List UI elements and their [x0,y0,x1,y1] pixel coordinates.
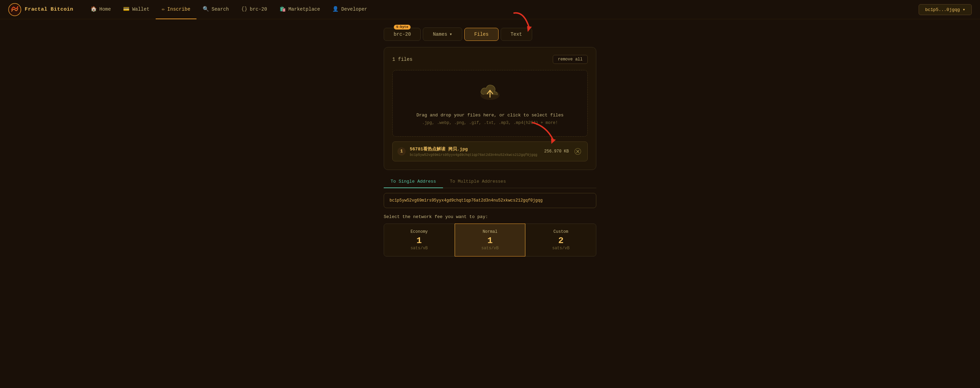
home-icon: 🏠 [91,6,97,12]
badge-5byte: 5-byte [394,25,411,30]
main-content: 5-byte brc-20 Names ▾ Files Text 1 files [0,19,980,270]
tab-label-text: Text [511,32,522,37]
tab-label-names: Names [433,32,447,37]
nav-item-home[interactable]: 🏠 Home [84,0,117,19]
developer-icon: 👤 [332,6,339,12]
wallet-address-text: bc1p5...0jgqg ▾ [925,7,965,12]
nav-logo[interactable]: Fractal Bitcoin [8,3,73,16]
fee-economy-name: Economy [388,229,451,234]
address-input[interactable] [384,193,596,208]
nav-label-marketplace: Marketplace [288,6,320,12]
logo-text: Fractal Bitcoin [25,6,73,12]
fee-custom-unit: sats/vB [529,246,592,251]
dropzone-formats-text: .jpg, .webp, .png, .gif, .txt, .mp3, .mp… [422,121,558,125]
nav-label-inscribe: Inscribe [167,6,190,12]
navbar: Fractal Bitcoin 🏠 Home 💳 Wallet ✏️ Inscr… [0,0,980,19]
inscribe-icon: ✏️ [162,6,165,12]
nav-label-developer: Developer [341,6,367,12]
nav-item-search[interactable]: 🔍 Search [196,0,235,19]
tab-files[interactable]: Files [464,28,499,41]
fee-section-label: Select the network fee you want to pay: [384,214,596,219]
tab-label-brc20: brc-20 [394,32,411,37]
nav-label-wallet: Wallet [132,6,149,12]
fee-custom-amount: 2 [529,236,592,246]
file-info: 56781看热点解读 拷贝.jpg bc1p5yw52vg69m1rs95yyx… [410,146,540,157]
wallet-address-button[interactable]: bc1p5...0jgqg ▾ [919,4,972,15]
tab-brc20[interactable]: 5-byte brc-20 [384,28,421,41]
nav-label-home: Home [99,6,111,12]
fee-option-economy[interactable]: Economy 1 sats/vB [384,224,455,257]
fee-economy-amount: 1 [388,236,451,246]
nav-item-inscribe[interactable]: ✏️ Inscribe [156,0,196,19]
fee-custom-name: Custom [529,229,592,234]
dropzone[interactable]: Drag and drop your files here, or click … [392,70,588,137]
nav-item-brc20[interactable]: {} brc-20 [235,0,273,19]
remove-all-button[interactable]: remove all [553,55,588,64]
files-count: 1 files [392,57,412,62]
upload-cloud-icon [478,81,502,107]
search-icon: 🔍 [203,6,209,12]
file-name: 56781看热点解读 拷贝.jpg [410,146,540,152]
inscribe-tabs-row: 5-byte brc-20 Names ▾ Files Text [384,27,596,41]
addr-tab-multiple[interactable]: To Multiple Addresses [443,176,513,188]
fee-normal-name: Normal [458,229,522,234]
fee-option-normal[interactable]: Normal 1 sats/vB [455,224,526,257]
fee-normal-amount: 1 [458,236,522,246]
tab-label-files: Files [474,32,488,37]
addr-tab-single[interactable]: To Single Address [384,176,443,188]
nav-label-brc20: brc-20 [250,6,267,12]
fee-economy-unit: sats/vB [388,246,451,251]
marketplace-icon: 🛍️ [280,6,286,12]
file-size: 256.970 KB [544,149,569,154]
nav-item-developer[interactable]: 👤 Developer [326,0,374,19]
file-remove-button[interactable] [573,148,582,155]
wallet-icon: 💳 [123,6,130,12]
tab-text[interactable]: Text [501,28,532,41]
file-address: bc1p5yw52vg69m1rs95yyx4gd9chqt1qp76at2d3… [410,153,540,157]
nav-item-marketplace[interactable]: 🛍️ Marketplace [273,0,326,19]
tab-names[interactable]: Names ▾ [423,27,462,41]
panel-header: 1 files remove all [392,55,588,64]
names-chevron-icon: ▾ [449,31,452,37]
fee-option-custom[interactable]: Custom 2 sats/vB [525,224,596,257]
file-number: 1 [398,147,406,156]
nav-label-search: Search [212,6,229,12]
fee-options: Economy 1 sats/vB Normal 1 sats/vB Custo… [384,224,596,257]
upload-panel: 1 files remove all Drag and drop your fi… [384,47,596,170]
inscribe-container: 5-byte brc-20 Names ▾ Files Text 1 files [384,27,596,257]
dropzone-main-text: Drag and drop your files here, or click … [416,112,563,119]
file-item: 1 56781看热点解读 拷贝.jpg bc1p5yw52vg69m1rs95y… [392,142,588,161]
address-tabs: To Single Address To Multiple Addresses [384,176,596,188]
nav-item-wallet[interactable]: 💳 Wallet [117,0,155,19]
brc20-icon: {} [241,6,247,12]
fee-normal-unit: sats/vB [458,246,522,251]
